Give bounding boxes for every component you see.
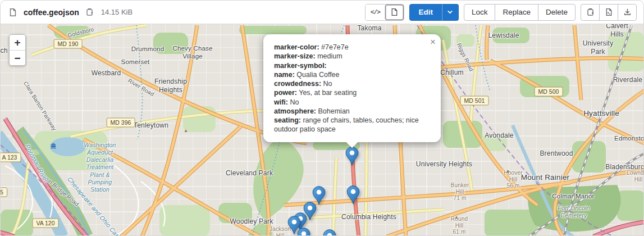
map-marker[interactable] [345,147,359,166]
popup-field: marker-symbol: [274,61,427,70]
code-view-icon[interactable]: </> [366,4,385,20]
popup-field: name: Qualia Coffee [274,70,427,79]
map-label: University Park [575,39,622,56]
zoom-control: + − [9,34,26,66]
copy-path-icon[interactable] [84,7,95,17]
map-label: Washington Aqueduct Dalecarlia Treatment… [84,142,116,193]
popup-field: marker-color: #7e7e7e [274,43,427,52]
map-label: Tenleytown [134,121,168,130]
file-size: 14.15 KiB [101,8,133,16]
map-label: Woodley Park [230,217,273,226]
map-label: Columbia Heights [341,213,396,221]
map-label: Lowndes Hill [627,170,644,183]
replace-button[interactable]: Replace [495,4,538,21]
map-label: Edmonston [614,134,644,142]
map-label: Avondale [485,131,513,140]
preview-view-icon[interactable] [385,4,404,20]
road-shield: VA 120 [32,219,58,228]
file-icon [7,7,19,18]
edit-dropdown-button[interactable] [442,4,459,21]
close-icon[interactable]: × [430,37,436,47]
map-label: Friendship Heights [154,78,187,94]
file-header: coffee.geojson 14.15 KiB </> Edit Lock [1,1,643,24]
file-name: coffee.geojson [24,8,79,17]
chevron-down-icon [447,9,453,15]
map-label: Brentwood [540,149,573,158]
map-label: Mount Rainier [521,173,570,182]
map-label: ▲ [454,215,459,220]
popup-field: wifi: No [274,98,427,107]
map-label: ch [1,47,8,55]
road-shield: A 123 [1,153,21,162]
popup-field: power: Yes, at bar seating [274,88,427,97]
map-label: Drummond [131,45,164,53]
file-viewer-card: coffee.geojson 14.15 KiB </> Edit Lock [0,0,644,236]
file-info: coffee.geojson 14.15 KiB [7,7,133,18]
road-shield: 5 [1,188,7,197]
map-marker[interactable] [346,185,360,205]
popup-field: marker-size: medium [274,52,427,61]
map-label: Colmar Manor [552,192,594,200]
file-tools-group [581,4,637,21]
popup-content: marker-color: #7e7e7emarker-size: medium… [274,43,427,134]
map-label: Round Hill 61 m [451,216,468,235]
map-label: Cleveland Park [226,169,273,178]
road-shield: MD 190 [54,39,83,49]
map-label: University Heights [416,160,472,169]
zoom-out-button[interactable]: − [10,50,25,65]
road-shield: MD 500 [535,87,563,97]
download-icon[interactable] [618,4,637,21]
map-label: Chillum [440,69,463,77]
road-shield: MD 501 [460,96,489,106]
lock-button[interactable]: Lock [464,4,496,21]
road-shield: MD 396 [107,118,135,128]
map-label: Takoma [357,24,381,32]
map-label: Westbard [92,69,121,78]
map-label: Riverdale [613,76,643,84]
map-label: Somerset [121,58,150,66]
map-label: Hyattsville [583,109,619,118]
map-label: Lewisdale [488,31,519,40]
map-label: Calvert Hills [604,24,631,39]
map-label: Fort Lincoln Cemetery [558,205,590,219]
museum-icon [50,142,57,149]
edit-split-button: Edit [409,4,459,21]
map-label: ▲ [184,128,188,134]
popup-field: seating: range of chairs, tables, couche… [274,116,427,134]
file-actions-group: Lock Replace Delete [464,4,576,21]
map-label: Bunker Hill 71 m [451,182,469,202]
feature-popup: × marker-color: #7e7e7emarker-size: medi… [263,34,441,142]
map-label: Chevy Chase Village [172,44,212,60]
map[interactable]: TakomaGoldsboroDrummondChevy Chase Villa… [1,24,644,236]
edit-button[interactable]: Edit [409,4,442,21]
map-label: ▲ [506,169,510,174]
view-toggle: </> [365,4,404,21]
map-marker[interactable] [297,228,310,236]
header-actions: </> Edit Lock Replace Delete [365,4,637,21]
popup-field: atmosphere: Bohemian [274,107,427,116]
map-marker[interactable] [323,229,336,236]
popup-field: crowdedness: No [274,79,427,88]
raw-file-icon[interactable] [599,4,618,21]
zoom-in-button[interactable]: + [10,35,25,50]
copy-contents-icon[interactable] [581,4,600,21]
delete-button[interactable]: Delete [538,4,576,21]
